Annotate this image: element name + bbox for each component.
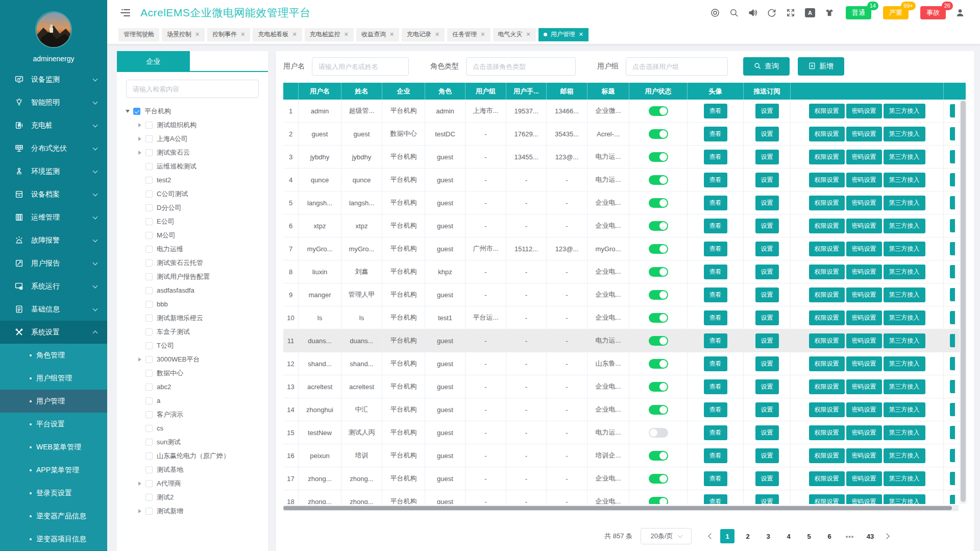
username-filter-input[interactable] bbox=[312, 57, 409, 76]
user-status-toggle[interactable] bbox=[649, 267, 668, 277]
tab-场景控制[interactable]: 场景控制✕ bbox=[162, 28, 205, 41]
table-horizontal-scrollbar[interactable] bbox=[283, 505, 959, 511]
user-status-toggle[interactable] bbox=[649, 152, 668, 162]
permission-set-button[interactable]: 权限设置 bbox=[809, 288, 845, 302]
tree-checkbox[interactable] bbox=[145, 301, 153, 308]
clipped-action-button[interactable] bbox=[950, 472, 955, 485]
third-party-button[interactable]: 第三方接入 bbox=[884, 425, 925, 440]
third-party-button[interactable]: 第三方接入 bbox=[884, 265, 925, 279]
view-avatar-button[interactable]: 查看 bbox=[704, 379, 727, 394]
permission-set-button[interactable]: 权限设置 bbox=[809, 150, 845, 164]
third-party-button[interactable]: 第三方接入 bbox=[884, 219, 925, 233]
close-icon[interactable]: ✕ bbox=[292, 32, 297, 37]
sidebar-item-report[interactable]: 用户报告 bbox=[0, 252, 107, 275]
close-icon[interactable]: ✕ bbox=[344, 32, 349, 37]
clipped-action-button[interactable] bbox=[950, 311, 955, 324]
more-pages[interactable]: ••• bbox=[843, 529, 857, 543]
tab-充电桩看板[interactable]: 充电桩看板✕ bbox=[253, 28, 302, 41]
tree-node[interactable]: asdfasfasdfa bbox=[136, 283, 268, 297]
alarm-badge[interactable]: 事故 26 bbox=[920, 6, 946, 19]
user-status-toggle[interactable] bbox=[649, 359, 668, 369]
password-set-button[interactable]: 密码设置 bbox=[846, 127, 882, 141]
subscribe-set-button[interactable]: 设置 bbox=[755, 219, 779, 233]
table-vertical-scrollbar[interactable] bbox=[960, 100, 967, 504]
expand-down-icon[interactable] bbox=[124, 110, 131, 113]
page-button-3[interactable]: 3 bbox=[761, 529, 775, 543]
permission-set-button[interactable]: 权限设置 bbox=[809, 104, 845, 118]
subscribe-set-button[interactable]: 设置 bbox=[755, 310, 779, 325]
subscribe-set-button[interactable]: 设置 bbox=[755, 173, 779, 187]
close-icon[interactable]: ✕ bbox=[480, 32, 485, 37]
avatar[interactable] bbox=[35, 11, 72, 48]
subscribe-set-button[interactable]: 设置 bbox=[755, 379, 779, 394]
tree-checkbox[interactable] bbox=[145, 135, 153, 142]
user-status-toggle[interactable] bbox=[649, 244, 668, 254]
sidebar-item-ops[interactable]: 运维管理 bbox=[0, 206, 107, 229]
role-filter-input[interactable] bbox=[466, 57, 576, 76]
tree-checkbox[interactable] bbox=[145, 508, 153, 515]
user-status-toggle[interactable] bbox=[649, 336, 668, 346]
user-status-toggle[interactable] bbox=[649, 474, 668, 484]
permission-set-button[interactable]: 权限设置 bbox=[809, 242, 845, 256]
page-button-43[interactable]: 43 bbox=[863, 529, 877, 543]
close-icon[interactable]: ✕ bbox=[435, 32, 439, 37]
tree-node[interactable]: abc2 bbox=[136, 380, 268, 394]
tree-node[interactable]: cs bbox=[136, 421, 268, 435]
page-button-6[interactable]: 6 bbox=[822, 529, 837, 543]
subscribe-set-button[interactable]: 设置 bbox=[755, 127, 779, 141]
view-avatar-button[interactable]: 查看 bbox=[704, 127, 727, 141]
tree-checkbox[interactable] bbox=[145, 439, 153, 446]
tab-充电桩监控[interactable]: 充电桩监控✕ bbox=[305, 28, 354, 41]
tree-node[interactable]: 测试基地 bbox=[136, 463, 268, 476]
group-filter-input[interactable] bbox=[626, 57, 728, 76]
permission-set-button[interactable]: 权限设置 bbox=[809, 471, 845, 486]
third-party-button[interactable]: 第三方接入 bbox=[884, 150, 925, 164]
tree-checkbox[interactable] bbox=[145, 122, 153, 129]
search-icon[interactable] bbox=[729, 8, 739, 17]
tree-node[interactable]: E公司 bbox=[136, 214, 268, 228]
sidebar-subitem[interactable]: APP菜单管理 bbox=[0, 459, 107, 482]
permission-set-button[interactable]: 权限设置 bbox=[809, 219, 845, 233]
subscribe-set-button[interactable]: 设置 bbox=[755, 448, 779, 463]
sidebar-item-tools[interactable]: 系统设置 bbox=[0, 321, 107, 344]
expand-right-icon[interactable] bbox=[136, 151, 143, 155]
sidebar-subitem[interactable]: 平台设置 bbox=[0, 413, 107, 436]
sidebar-item-run[interactable]: 系统运行 bbox=[0, 275, 107, 298]
third-party-button[interactable]: 第三方接入 bbox=[884, 333, 925, 348]
tree-checkbox[interactable] bbox=[145, 315, 153, 322]
view-avatar-button[interactable]: 查看 bbox=[704, 150, 727, 164]
user-status-toggle[interactable] bbox=[649, 313, 668, 323]
page-button-5[interactable]: 5 bbox=[802, 529, 816, 543]
tree-node[interactable]: 电力运维 bbox=[136, 242, 268, 256]
third-party-button[interactable]: 第三方接入 bbox=[884, 127, 925, 141]
page-button-1[interactable]: 1 bbox=[720, 529, 734, 543]
clipped-action-button[interactable] bbox=[950, 495, 955, 504]
permission-set-button[interactable]: 权限设置 bbox=[809, 448, 845, 463]
subscribe-set-button[interactable]: 设置 bbox=[755, 242, 779, 256]
sidebar-subitem[interactable]: 登录页设置 bbox=[0, 482, 107, 505]
password-set-button[interactable]: 密码设置 bbox=[846, 242, 882, 256]
tab-电气火灾[interactable]: 电气火灾✕ bbox=[493, 28, 536, 41]
password-set-button[interactable]: 密码设置 bbox=[846, 448, 882, 463]
permission-set-button[interactable]: 权限设置 bbox=[809, 379, 845, 394]
password-set-button[interactable]: 密码设置 bbox=[846, 104, 882, 118]
tree-node[interactable]: 测试新增乐橙云 bbox=[136, 311, 268, 325]
close-icon[interactable]: ✕ bbox=[389, 32, 394, 37]
clipped-action-button[interactable] bbox=[950, 127, 955, 140]
subscribe-set-button[interactable]: 设置 bbox=[755, 356, 779, 371]
user-status-toggle[interactable] bbox=[649, 221, 668, 231]
clipped-action-button[interactable] bbox=[950, 242, 955, 255]
view-avatar-button[interactable]: 查看 bbox=[704, 402, 727, 417]
subscribe-set-button[interactable]: 设置 bbox=[755, 196, 779, 210]
expand-right-icon[interactable] bbox=[136, 137, 143, 141]
sidebar-item-alarm[interactable]: 故障报警 bbox=[0, 229, 107, 252]
view-avatar-button[interactable]: 查看 bbox=[704, 196, 727, 210]
user-status-toggle[interactable] bbox=[649, 129, 668, 139]
permission-set-button[interactable]: 权限设置 bbox=[809, 333, 845, 348]
sidebar-item-solar[interactable]: 分布式光伏 bbox=[0, 137, 107, 160]
tree-node[interactable]: T公司 bbox=[136, 339, 268, 352]
sidebar-item-bulb[interactable]: 智能照明 bbox=[0, 91, 107, 114]
tree-checkbox[interactable] bbox=[145, 397, 153, 404]
tree-checkbox[interactable] bbox=[145, 452, 153, 460]
sidebar-subitem[interactable]: 逆变器产品信息 bbox=[0, 505, 107, 528]
